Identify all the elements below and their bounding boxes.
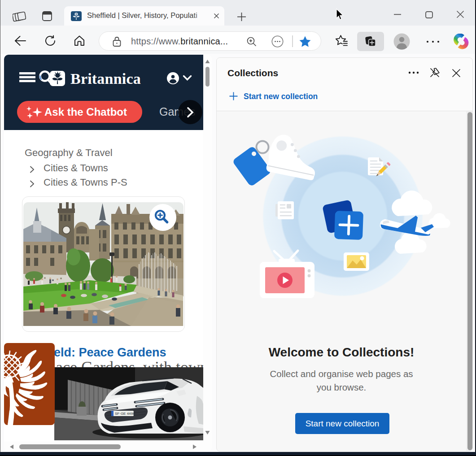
svg-text:SF·GE 449E: SF·GE 449E — [115, 412, 135, 416]
